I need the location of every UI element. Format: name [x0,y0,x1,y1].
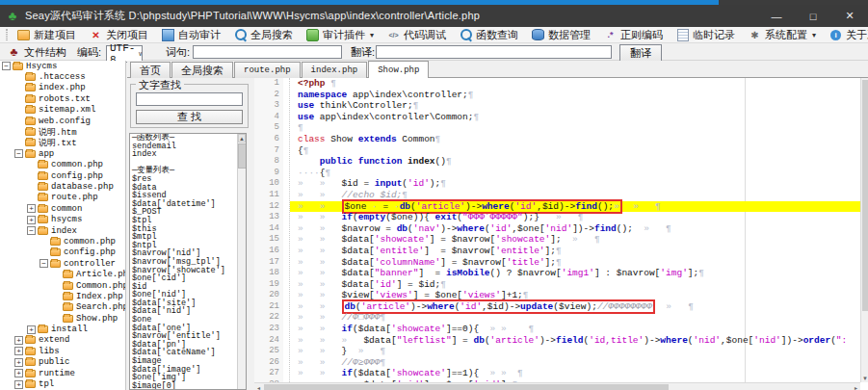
tab-index.php[interactable]: index.php [302,62,368,78]
tree-item-runtime[interactable]: +runtime [0,368,125,378]
tree-item-config.php[interactable]: config.php [0,247,125,258]
tree-item-hsycms[interactable]: +hsycms [0,214,125,224]
code-line-18[interactable]: » » $data["banner"] = isMobile() ? $navr… [290,268,860,279]
scroll-up-icon[interactable]: ▲ [238,134,246,143]
tree-item-app[interactable]: −app [0,148,125,159]
tree-item-Show.php[interactable]: Show.php [0,313,125,324]
file-structure-button[interactable]: 文件结构 [8,43,66,61]
toolbar-button-system-config[interactable]: 系统配置▾ [744,28,821,42]
code-lines[interactable]: <?php ¶namespace app\index\controller;¶u… [290,78,860,382]
toolbar-button-function-query[interactable]: 函数查询 [455,28,523,42]
toolbar-button-global-search[interactable]: 全局搜索 [229,28,298,42]
scroll-right-icon[interactable]: ▸ [852,383,860,390]
expand-icon[interactable]: + [14,369,23,377]
expand-icon[interactable]: + [14,347,23,355]
toolbar-button-regex-encode[interactable]: 正则编码 [599,28,668,42]
scroll-down-icon[interactable]: ▼ [861,374,868,382]
expand-icon[interactable]: + [27,216,36,224]
file-tree[interactable]: −Hsycms.htaccessindex.phprobots.txtsitem… [0,61,126,390]
toolbar-button-code-debug[interactable]: 代码调试 [382,28,451,42]
tree-item-extend[interactable]: +extend [0,335,125,346]
expand-icon[interactable]: + [14,358,23,367]
tree-item-说明.txt[interactable]: 说明.txt [0,138,125,148]
tree-item-common.php[interactable]: common.php [0,160,125,170]
find-input[interactable] [136,92,243,106]
collapse-icon[interactable]: − [39,259,48,268]
code-line-14[interactable]: » » $navrow = db('nav')->where('id',$one… [290,223,860,235]
code-line-16[interactable]: » » $data['entitle'] = $navrow['entitle'… [290,246,860,257]
toolbar-button-about[interactable]: 关于系统▾ [825,28,868,42]
code-line-8[interactable]: public function index()¶ [290,156,860,168]
tab-首页[interactable]: 首页 [130,62,171,78]
list-item[interactable]: $one['cid'] [130,274,246,283]
toolbar-button-audit-plugin[interactable]: 审计插件▾ [302,28,379,42]
collapse-icon[interactable]: − [2,62,11,70]
tree-item-libs[interactable]: +libs [0,346,125,356]
close-button[interactable]: ✕ [831,5,868,27]
tree-item-Search.php[interactable]: Search.php [0,302,125,313]
editor-horizontal-scrollbar[interactable]: ◂ ▸ [254,382,860,390]
code-line-9[interactable]: ····{¶ [290,168,860,179]
translate-input[interactable] [376,45,612,59]
toolbar-button-close-project[interactable]: 关闭项目 [85,28,153,42]
tree-item-Hsycms[interactable]: −Hsycms [0,61,125,71]
toolbar-button-new-project[interactable]: 新建项目 [13,28,81,42]
code-line-5[interactable]: ¶ [290,122,860,134]
tree-item-Index.php[interactable]: Index.php [0,291,125,301]
tree-item-route.php[interactable]: route.php [0,193,125,203]
tree-item-common.php[interactable]: common.php [0,236,125,247]
tree-item-sitemap.xml[interactable]: sitemap.xml [0,105,125,116]
tree-item-public[interactable]: +public [0,357,125,368]
tree-item-tpl[interactable]: +tpl [0,378,125,389]
phrase-input[interactable] [193,45,342,59]
code-line-23[interactable]: » » if($data['showcate']==0){ » » ¶ [290,324,860,335]
expand-icon[interactable]: + [27,325,36,334]
code-line-13[interactable]: » » if(empty($one)){ exit("ΦΦΦ´ΦΦΦΦΦ");}… [290,212,860,223]
tree-item-robots.txt[interactable]: robots.txt [0,93,125,104]
editor-hscroll-thumb[interactable] [264,384,669,390]
code-line-26[interactable]: » » //Φ≥ΦΦΦ¶ [290,357,860,369]
tree-item-config.php[interactable]: config.php [0,170,125,181]
code-line-4[interactable]: use app\index\controller\Common;¶ [290,112,860,123]
code-line-22[interactable]: » » //Φ□ΦΦΦ¶ [290,312,860,324]
tab-route.php[interactable]: route.php [234,62,301,78]
collapse-icon[interactable]: − [27,226,36,235]
minimize-button[interactable]: — [758,5,795,27]
translate-button[interactable]: 翻译 [619,44,662,62]
code-line-2[interactable]: namespace app\index\controller;¶ [290,90,860,101]
code-line-25[interactable]: » » } » ¶ [290,346,860,357]
code-editor[interactable]: 1234567891011121314151617181920212223242… [254,78,868,390]
tree-item-common[interactable]: +common [0,203,125,214]
editor-vertical-scrollbar[interactable]: ▼ [860,78,868,382]
tab-全局搜索[interactable]: 全局搜索 [171,62,233,78]
code-line-24[interactable]: » » » $data["leftlist"] = db('article')-… [290,335,860,347]
tab-Show.php[interactable]: Show.php [368,61,429,78]
tree-item-index[interactable]: −index [0,225,125,236]
maximize-button[interactable]: □ [795,5,831,27]
list-item[interactable]: index [130,150,246,159]
tree-item-Common.php[interactable]: Common.php [0,280,125,291]
expand-icon[interactable]: + [27,204,36,213]
scroll-left-icon[interactable]: ◂ [254,383,263,390]
collapse-icon[interactable]: − [14,149,23,158]
tree-item-.htaccess[interactable]: .htaccess [0,71,125,82]
code-line-10[interactable]: » » $id = input('id');¶ [290,178,860,190]
tree-item-database.php[interactable]: database.php [0,181,125,192]
listbox-scrollbar[interactable]: ▲ [237,134,246,389]
tree-item-Article.php[interactable]: Article.php [0,269,125,279]
code-line-12[interactable]: » » $one · = ·db('article')->where('id',… [290,201,860,213]
code-line-27[interactable]: » » if($data['showcate']==1){ » » ¶ [290,368,860,379]
code-line-28[interactable]: » » » $data['cid'] = $one['cid'];¶ [290,379,860,382]
expand-icon[interactable]: + [14,336,23,345]
tree-item-controller[interactable]: −controller [0,258,125,269]
expand-icon[interactable]: + [14,380,23,389]
code-line-3[interactable]: use think\Controller;¶ [290,100,860,112]
code-line-17[interactable]: » » $data['columnName'] = $navrow['title… [290,257,860,269]
listbox-scroll-thumb[interactable] [238,143,247,169]
toolbar-button-data-manage[interactable]: 数据管理 [527,28,595,42]
tree-item-install[interactable]: +install [0,324,125,334]
tree-item-index.php[interactable]: index.php [0,83,125,93]
toolbar-button-auto-audit[interactable]: 自动审计 [157,28,225,42]
toolbar-button-temp-notes[interactable]: 临时记录 [671,28,740,42]
symbol-listbox[interactable]: —函数列表—sendemailindex—变量列表—$res$data$isse… [129,133,247,390]
